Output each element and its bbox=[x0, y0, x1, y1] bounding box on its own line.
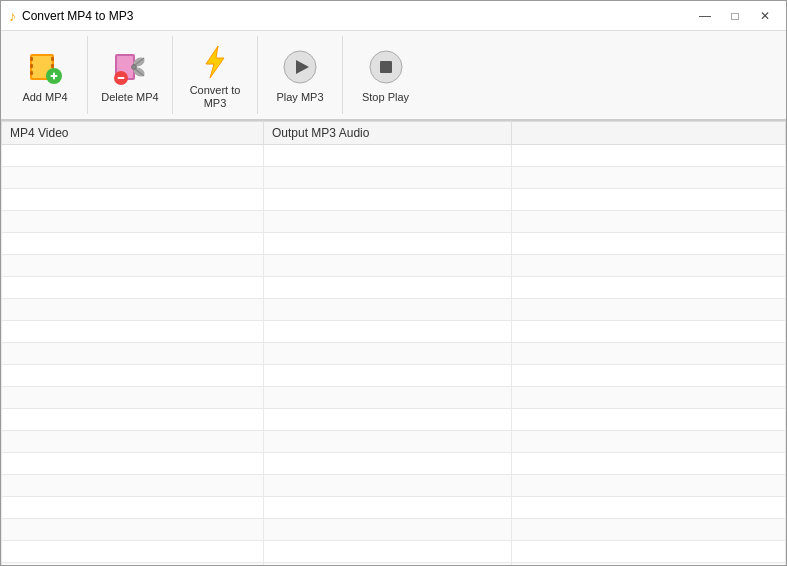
svg-rect-5 bbox=[51, 57, 54, 61]
table-container[interactable]: MP4 Video Output MP3 Audio bbox=[1, 121, 786, 565]
table-row[interactable] bbox=[2, 365, 786, 387]
cell-mp3 bbox=[264, 563, 512, 566]
cell-mp3 bbox=[264, 497, 512, 519]
cell-extra bbox=[512, 233, 786, 255]
convert-mp3-label: Convert to MP3 bbox=[177, 84, 253, 110]
cell-mp4 bbox=[2, 299, 264, 321]
cell-extra bbox=[512, 519, 786, 541]
cell-mp4 bbox=[2, 387, 264, 409]
cell-mp4 bbox=[2, 541, 264, 563]
table-row[interactable] bbox=[2, 563, 786, 566]
cell-mp4 bbox=[2, 145, 264, 167]
cell-extra bbox=[512, 453, 786, 475]
play-mp3-icon bbox=[280, 47, 320, 87]
cell-mp3 bbox=[264, 321, 512, 343]
cell-extra bbox=[512, 541, 786, 563]
table-row[interactable] bbox=[2, 497, 786, 519]
window-title: Convert MP4 to MP3 bbox=[22, 9, 133, 23]
add-mp4-icon bbox=[25, 47, 65, 87]
table-header-row: MP4 Video Output MP3 Audio bbox=[2, 122, 786, 145]
minimize-button[interactable]: — bbox=[692, 6, 718, 26]
table-row[interactable] bbox=[2, 541, 786, 563]
cell-extra bbox=[512, 189, 786, 211]
cell-mp3 bbox=[264, 189, 512, 211]
cell-mp4 bbox=[2, 211, 264, 233]
cell-mp3 bbox=[264, 343, 512, 365]
cell-mp4 bbox=[2, 519, 264, 541]
app-icon: ♪ bbox=[9, 8, 16, 24]
table-row[interactable] bbox=[2, 409, 786, 431]
stop-play-icon bbox=[366, 47, 406, 87]
column-extra bbox=[512, 122, 786, 145]
cell-extra bbox=[512, 255, 786, 277]
cell-extra bbox=[512, 145, 786, 167]
cell-mp4 bbox=[2, 343, 264, 365]
svg-rect-3 bbox=[30, 64, 33, 68]
close-button[interactable]: ✕ bbox=[752, 6, 778, 26]
convert-mp3-icon bbox=[195, 42, 235, 80]
table-row[interactable] bbox=[2, 453, 786, 475]
table-row[interactable] bbox=[2, 519, 786, 541]
table-row[interactable] bbox=[2, 475, 786, 497]
cell-mp3 bbox=[264, 453, 512, 475]
table-row[interactable] bbox=[2, 277, 786, 299]
cell-mp4 bbox=[2, 255, 264, 277]
delete-mp4-label: Delete MP4 bbox=[101, 91, 158, 104]
cell-mp4 bbox=[2, 431, 264, 453]
table-row[interactable] bbox=[2, 255, 786, 277]
convert-mp3-button[interactable]: Convert to MP3 bbox=[173, 36, 258, 114]
cell-mp3 bbox=[264, 167, 512, 189]
delete-mp4-icon bbox=[110, 47, 150, 87]
delete-mp4-button[interactable]: Delete MP4 bbox=[88, 36, 173, 114]
table-row[interactable] bbox=[2, 233, 786, 255]
svg-rect-24 bbox=[380, 61, 392, 73]
table-row[interactable] bbox=[2, 211, 786, 233]
cell-mp3 bbox=[264, 475, 512, 497]
cell-mp4 bbox=[2, 563, 264, 566]
cell-extra bbox=[512, 211, 786, 233]
cell-mp4 bbox=[2, 453, 264, 475]
cell-mp4 bbox=[2, 497, 264, 519]
cell-mp4 bbox=[2, 167, 264, 189]
cell-extra bbox=[512, 387, 786, 409]
toolbar: Add MP4 Delete bbox=[1, 31, 786, 121]
cell-mp3 bbox=[264, 541, 512, 563]
main-window: ♪ Convert MP4 to MP3 — □ ✕ bbox=[0, 0, 787, 566]
table-body bbox=[2, 145, 786, 566]
cell-mp4 bbox=[2, 277, 264, 299]
svg-rect-2 bbox=[30, 57, 33, 61]
cell-mp3 bbox=[264, 299, 512, 321]
table-row[interactable] bbox=[2, 299, 786, 321]
cell-mp3 bbox=[264, 431, 512, 453]
cell-extra bbox=[512, 475, 786, 497]
window-controls: — □ ✕ bbox=[692, 6, 778, 26]
stop-play-button[interactable]: Stop Play bbox=[343, 36, 428, 114]
cell-mp3 bbox=[264, 365, 512, 387]
table-row[interactable] bbox=[2, 343, 786, 365]
cell-mp3 bbox=[264, 145, 512, 167]
table-row[interactable] bbox=[2, 167, 786, 189]
cell-mp3 bbox=[264, 233, 512, 255]
cell-extra bbox=[512, 563, 786, 566]
add-mp4-label: Add MP4 bbox=[22, 91, 67, 104]
add-mp4-button[interactable]: Add MP4 bbox=[3, 36, 88, 114]
maximize-button[interactable]: □ bbox=[722, 6, 748, 26]
cell-mp3 bbox=[264, 409, 512, 431]
table-row[interactable] bbox=[2, 189, 786, 211]
cell-mp3 bbox=[264, 211, 512, 233]
file-table: MP4 Video Output MP3 Audio bbox=[1, 121, 786, 565]
column-output-mp3: Output MP3 Audio bbox=[264, 122, 512, 145]
table-row[interactable] bbox=[2, 145, 786, 167]
cell-mp4 bbox=[2, 365, 264, 387]
table-row[interactable] bbox=[2, 431, 786, 453]
cell-mp3 bbox=[264, 255, 512, 277]
cell-extra bbox=[512, 343, 786, 365]
cell-mp3 bbox=[264, 277, 512, 299]
cell-extra bbox=[512, 299, 786, 321]
title-bar-left: ♪ Convert MP4 to MP3 bbox=[9, 8, 133, 24]
play-mp3-button[interactable]: Play MP3 bbox=[258, 36, 343, 114]
table-row[interactable] bbox=[2, 321, 786, 343]
svg-marker-20 bbox=[206, 46, 224, 78]
cell-mp4 bbox=[2, 409, 264, 431]
table-row[interactable] bbox=[2, 387, 786, 409]
